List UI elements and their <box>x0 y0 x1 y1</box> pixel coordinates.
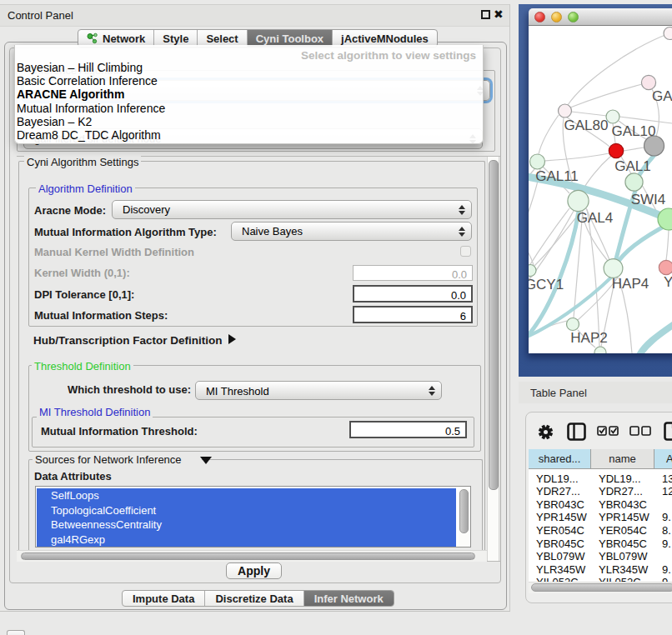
network-node[interactable] <box>568 190 589 211</box>
network-node[interactable] <box>659 260 672 274</box>
table-cell[interactable]: 9. <box>662 511 671 523</box>
list-scrollbar-thumb[interactable] <box>459 489 469 533</box>
table-cell[interactable]: 12 <box>662 485 672 498</box>
network-edge[interactable] <box>529 242 534 265</box>
table-cell[interactable]: YBR043C <box>536 498 584 511</box>
attribute-item[interactable]: TopologicalCoefficient <box>37 503 456 518</box>
network-edge[interactable] <box>587 209 599 347</box>
control-panel-titlebar[interactable] <box>0 4 510 27</box>
network-node[interactable] <box>604 259 623 278</box>
expand-arrow-icon[interactable] <box>228 334 236 344</box>
network-node[interactable] <box>594 347 606 353</box>
tab-style[interactable]: Style <box>154 30 198 47</box>
tab-select[interactable]: Select <box>198 30 247 47</box>
node-table[interactable]: shared...nameAYDL19...YDL19...13YDR27...… <box>529 449 672 582</box>
table-cell[interactable]: YER054C <box>599 524 647 537</box>
collapse-arrow-icon[interactable] <box>200 457 212 464</box>
algorithm-option[interactable]: Dream8 DC_TDC Algorithm <box>17 128 161 142</box>
table-cell[interactable]: YBL079W <box>536 550 585 562</box>
algorithm-option[interactable]: ARACNE Algorithm <box>17 88 124 101</box>
settings-hscrollbar-thumb[interactable] <box>21 552 475 560</box>
page-icon[interactable] <box>664 422 672 442</box>
network-node[interactable] <box>625 173 643 191</box>
mi-steps-label: Mutual Information Steps: <box>34 309 168 322</box>
network-canvas[interactable]: GALGAL80GAL10GAL1GAL11SWI4GAL4GCY1HAP4YH… <box>529 26 672 353</box>
gear-icon[interactable] <box>538 424 554 440</box>
attribute-item[interactable]: SelfLoops <box>37 488 456 503</box>
table-cell[interactable]: YBR043C <box>599 498 647 511</box>
unchecked-columns-icon[interactable] <box>629 426 652 436</box>
table-cell[interactable]: 13 <box>662 472 672 485</box>
network-edge[interactable] <box>619 117 672 123</box>
algorithm-option[interactable]: Bayesian – K2 <box>17 115 92 128</box>
apply-button[interactable]: Apply <box>226 562 282 579</box>
settings-vscrollbar-thumb[interactable] <box>489 160 499 490</box>
hub-section-label: Hub/Transcription Factor Definition <box>33 334 223 347</box>
network-edge[interactable] <box>666 230 669 260</box>
checked-columns-icon[interactable] <box>597 426 619 436</box>
float-window-icon[interactable] <box>481 10 490 19</box>
network-node[interactable] <box>567 318 579 331</box>
table-cell[interactable]: YIL052C <box>599 576 641 582</box>
minimize-traffic-light-icon[interactable] <box>551 12 562 22</box>
split-pane-icon[interactable] <box>567 422 586 441</box>
close-icon[interactable]: ✖ <box>494 8 504 21</box>
network-edge-thick[interactable] <box>639 323 672 353</box>
attribute-item[interactable]: BetweennessCentrality <box>37 518 456 532</box>
network-node[interactable] <box>664 28 672 40</box>
zoom-traffic-light-icon[interactable] <box>568 12 579 22</box>
tab-network[interactable]: Network <box>78 30 154 47</box>
table-cell[interactable]: YDL19... <box>536 472 579 485</box>
network-node[interactable] <box>529 265 536 277</box>
network-edge[interactable] <box>544 153 609 161</box>
kernel-width-field[interactable]: 0.0 <box>353 265 473 281</box>
column-header-3[interactable]: A <box>654 449 672 469</box>
attribute-item[interactable]: gal4RGexp <box>37 532 456 548</box>
bottom-tab-discretize-data[interactable]: Discretize Data <box>205 591 303 606</box>
network-node[interactable] <box>609 143 623 158</box>
tab-jactivemnodules[interactable]: jActiveMNodules <box>333 30 437 47</box>
table-cell[interactable]: YBR045C <box>599 538 647 550</box>
partial-button[interactable] <box>7 630 25 635</box>
algorithm-option[interactable]: Basic Correlation Inference <box>17 74 158 88</box>
column-header-2[interactable]: name <box>591 449 654 469</box>
network-edge[interactable] <box>570 82 649 108</box>
table-cell[interactable]: YIL052C <box>536 576 579 582</box>
data-attributes-list[interactable]: SelfLoopsTopologicalCoefficientBetweenne… <box>35 486 471 548</box>
table-cell[interactable]: YDR27... <box>536 485 580 498</box>
mi-steps-field[interactable]: 6 <box>353 306 473 323</box>
table-cell[interactable]: YPR145W <box>536 511 587 523</box>
aracne-mode-combobox[interactable]: Discovery <box>112 200 472 219</box>
network-node[interactable] <box>559 104 572 118</box>
table-cell[interactable]: YLR345W <box>536 563 585 576</box>
bottom-tab-impute-data[interactable]: Impute Data <box>123 591 205 606</box>
table-cell[interactable]: YDL19... <box>599 472 641 485</box>
algorithm-option[interactable]: Bayesian – Hill Climbing <box>17 61 143 74</box>
network-window-titlebar[interactable] <box>529 8 672 26</box>
algorithm-option[interactable]: Mutual Information Inference <box>17 102 165 115</box>
close-traffic-light-icon[interactable] <box>534 12 545 22</box>
table-cell[interactable]: YBL079W <box>599 550 648 562</box>
network-edge[interactable] <box>624 148 644 151</box>
mi-type-combobox[interactable]: Naive Bayes <box>231 222 472 241</box>
table-cell[interactable]: 9. <box>662 576 671 582</box>
table-cell[interactable]: 9. <box>662 563 671 576</box>
column-header-1[interactable]: shared... <box>529 449 591 469</box>
table-cell[interactable]: YLR345W <box>599 563 648 576</box>
table-cell[interactable]: YPR145W <box>599 511 649 523</box>
table-cell[interactable]: YDR27... <box>599 485 643 498</box>
tab-cyni-toolbox[interactable]: Cyni Toolbox <box>248 30 333 47</box>
bottom-tab-infer-network[interactable]: Infer Network <box>304 591 394 606</box>
table-cell[interactable]: 8. <box>662 524 671 537</box>
network-edge[interactable] <box>539 115 559 154</box>
table-cell[interactable]: YBR045C <box>536 538 584 550</box>
table-hscrollbar-thumb[interactable] <box>531 583 672 592</box>
manual-kernel-checkbox[interactable] <box>460 246 471 257</box>
dpi-tolerance-field[interactable]: 0.0 <box>353 285 473 302</box>
table-cell[interactable]: 9. <box>662 538 671 550</box>
network-node[interactable] <box>530 154 545 169</box>
panel-bottom-border <box>0 611 510 612</box>
which-threshold-combobox[interactable]: MI Threshold <box>195 381 442 400</box>
table-cell[interactable]: YER054C <box>536 524 584 537</box>
mi-threshold-field[interactable]: 0.5 <box>349 421 467 438</box>
